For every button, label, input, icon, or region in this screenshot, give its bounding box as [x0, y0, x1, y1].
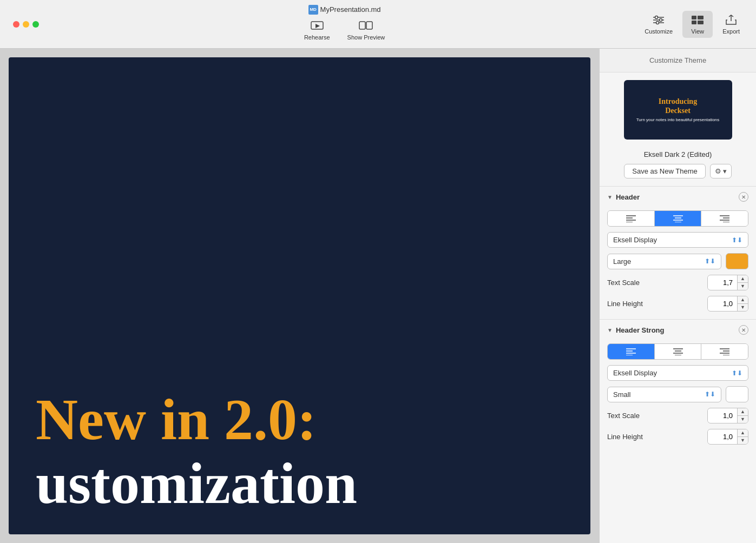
- svg-point-8: [660, 18, 662, 21]
- header-strong-line-height-input[interactable]: [708, 431, 737, 443]
- gear-icon: ⚙: [715, 167, 721, 175]
- show-preview-icon: [358, 20, 373, 32]
- header-strong-line-height-down[interactable]: ▼: [738, 437, 748, 444]
- header-strong-font-select[interactable]: Eksell Display ⬆⬇: [607, 365, 748, 381]
- header-strong-text-scale-input[interactable]: [708, 409, 737, 422]
- header-font-row: Eksell Display ⬆⬇: [607, 232, 748, 248]
- header-text-scale-field: ▲ ▼: [707, 275, 748, 290]
- header-strong-size-chevron-icon: ⬆⬇: [705, 390, 715, 398]
- header-label-text: Header: [616, 193, 640, 201]
- svg-rect-12: [692, 21, 696, 24]
- header-strong-size-color-row: Small ⬆⬇: [607, 386, 748, 402]
- header-chevron-icon: ▼: [607, 194, 613, 200]
- theme-gear-button[interactable]: ⚙ ▾: [710, 164, 732, 178]
- header-strong-font-value: Eksell Display: [613, 369, 657, 377]
- header-strong-align-right-button[interactable]: [701, 344, 748, 359]
- header-strong-text-scale-field: ▲ ▼: [707, 408, 748, 423]
- svg-point-7: [655, 16, 658, 18]
- header-strong-font-row: Eksell Display ⬆⬇: [607, 365, 748, 381]
- customize-icon: [651, 14, 666, 26]
- header-size-value: Large: [613, 257, 631, 266]
- file-icon: MD: [308, 5, 318, 15]
- header-strong-close-button[interactable]: ✕: [739, 325, 748, 335]
- filename: MD MyPresentation.md: [308, 5, 381, 15]
- theme-preview-title: Introducing Deckset: [659, 97, 697, 116]
- header-strong-text-scale-up[interactable]: ▲: [738, 408, 748, 416]
- export-button[interactable]: Export: [715, 11, 747, 38]
- header-strong-color-swatch[interactable]: [726, 386, 748, 402]
- theme-preview-area: Introducing Deckset Turn your notes into…: [600, 72, 756, 186]
- save-theme-button[interactable]: Save as New Theme: [624, 164, 705, 178]
- export-label: Export: [722, 28, 740, 35]
- main-area: New in 2.0: ustomization Customize Theme…: [0, 49, 756, 543]
- view-label: View: [691, 28, 704, 35]
- header-line-height-field: ▲ ▼: [707, 296, 748, 312]
- header-strong-line-height-field: ▲ ▼: [707, 429, 748, 445]
- header-section-toggle[interactable]: ▼ Header ✕: [600, 187, 756, 207]
- slide-headline: New in 2.0:: [36, 390, 563, 449]
- header-strong-text-scale-row: Text Scale ▲ ▼: [607, 408, 748, 423]
- header-line-height-label: Line Height: [607, 300, 643, 308]
- align-center-button[interactable]: [655, 211, 702, 226]
- svg-point-9: [656, 21, 659, 24]
- align-left-button[interactable]: [608, 211, 655, 226]
- svg-marker-1: [315, 24, 320, 28]
- close-traffic-light[interactable]: [13, 21, 19, 28]
- header-strong-line-height-row: Line Height ▲ ▼: [607, 429, 748, 445]
- header-text-scale-up[interactable]: ▲: [738, 275, 748, 283]
- rehearse-label: Rehearse: [304, 34, 330, 41]
- header-line-height-stepper: ▲ ▼: [737, 296, 748, 311]
- minimize-traffic-light[interactable]: [23, 21, 29, 28]
- header-font-value: Eksell Display: [613, 236, 657, 244]
- svg-rect-13: [698, 21, 704, 24]
- rehearse-button[interactable]: Rehearse: [298, 17, 337, 44]
- header-text-scale-input[interactable]: [708, 276, 737, 289]
- titlebar-center: MD MyPresentation.md Rehearse: [298, 5, 391, 44]
- theme-actions: Save as New Theme ⚙ ▾: [616, 164, 739, 186]
- view-button[interactable]: View: [682, 11, 713, 38]
- header-align-group: [607, 210, 748, 227]
- header-close-button[interactable]: ✕: [739, 192, 748, 202]
- filename-text: MyPresentation.md: [320, 5, 381, 14]
- header-section-label: ▼ Header: [607, 193, 640, 201]
- header-strong-section-toggle[interactable]: ▼ Header Strong ✕: [600, 320, 756, 340]
- header-strong-text-scale-down[interactable]: ▼: [738, 416, 748, 423]
- svg-rect-10: [692, 16, 696, 19]
- customize-label: Customize: [645, 28, 673, 35]
- header-color-swatch[interactable]: [726, 253, 748, 269]
- show-preview-label: Show Preview: [347, 34, 385, 41]
- customize-button[interactable]: Customize: [637, 11, 680, 38]
- header-strong-label-text: Header Strong: [616, 326, 665, 334]
- header-line-height-up[interactable]: ▲: [738, 296, 748, 304]
- header-text-scale-row: Text Scale ▲ ▼: [607, 275, 748, 290]
- export-icon: [724, 14, 739, 26]
- header-section-body: Eksell Display ⬆⬇ Large ⬆⬇ Text Scale: [600, 207, 756, 319]
- view-icon: [690, 14, 705, 26]
- header-strong-chevron-icon: ▼: [607, 327, 613, 333]
- theme-preview-subtitle: Turn your notes into beautiful presentat…: [636, 117, 720, 122]
- show-preview-button[interactable]: Show Preview: [341, 17, 392, 44]
- header-strong-align-left-button[interactable]: [608, 344, 655, 359]
- slide-container: New in 2.0: ustomization: [0, 49, 599, 543]
- header-line-height-input[interactable]: [708, 297, 737, 310]
- header-strong-line-height-up[interactable]: ▲: [738, 429, 748, 437]
- header-section: ▼ Header ✕: [600, 186, 756, 319]
- align-right-button[interactable]: [701, 211, 748, 226]
- slide: New in 2.0: ustomization: [9, 57, 590, 534]
- header-strong-line-height-label: Line Height: [607, 433, 643, 441]
- header-strong-section: ▼ Header Strong ✕: [600, 319, 756, 452]
- titlebar-actions: Rehearse Show Preview: [298, 17, 391, 44]
- header-strong-size-select[interactable]: Small ⬆⬇: [607, 387, 721, 402]
- toolbar-right: Customize View Export: [637, 11, 747, 38]
- header-line-height-down[interactable]: ▼: [738, 304, 748, 311]
- header-text-scale-down[interactable]: ▼: [738, 283, 748, 290]
- header-strong-label: ▼ Header Strong: [607, 326, 664, 334]
- rehearse-icon: [310, 20, 325, 32]
- theme-preview-thumbnail: Introducing Deckset Turn your notes into…: [624, 80, 732, 140]
- header-text-scale-label: Text Scale: [607, 279, 640, 287]
- header-strong-align-center-button[interactable]: [655, 344, 702, 359]
- svg-rect-11: [698, 16, 704, 19]
- header-font-select[interactable]: Eksell Display ⬆⬇: [607, 232, 748, 248]
- header-size-select[interactable]: Large ⬆⬇: [607, 254, 721, 269]
- maximize-traffic-light[interactable]: [32, 21, 39, 28]
